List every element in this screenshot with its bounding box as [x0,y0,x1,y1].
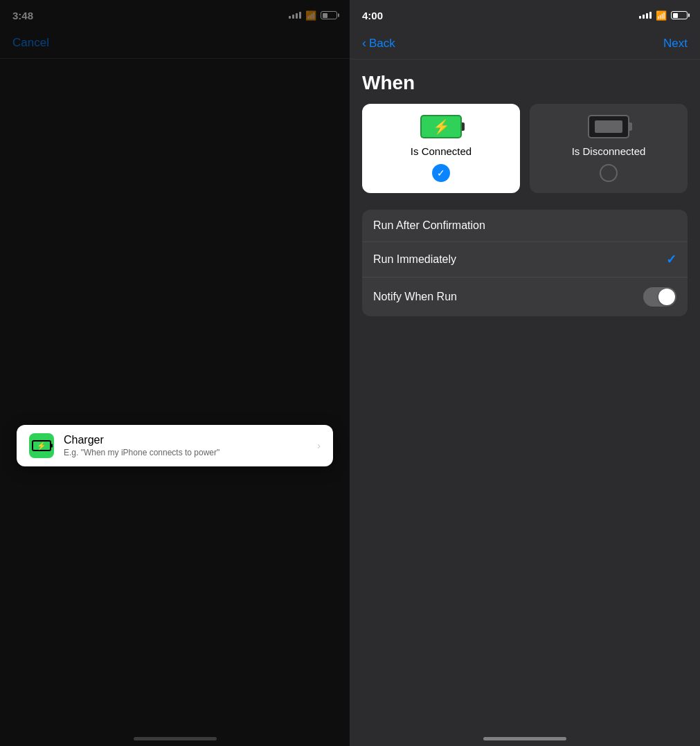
settings-section: Run After Confirmation Run Immediately ✓… [362,210,688,316]
run-immediately-check-icon: ✓ [666,252,676,267]
right-status-icons: 📶 [639,10,688,21]
connected-check-icon: ✓ [432,164,450,182]
right-status-time: 4:00 [362,10,383,21]
is-disconnected-option[interactable]: Is Disconnected [530,104,688,193]
right-battery-status-icon [671,11,688,19]
disconnected-battery-icon [588,115,629,138]
is-connected-option[interactable]: ⚡ Is Connected ✓ [362,104,520,193]
back-label: Back [369,37,395,51]
charger-subtitle: E.g. "When my iPhone connects to power" [64,448,317,457]
next-button[interactable]: Next [663,37,688,51]
run-after-confirmation-label: Run After Confirmation [373,219,485,232]
charger-list-item[interactable]: ⚡ Charger E.g. "When my iPhone connects … [17,425,333,466]
dim-overlay [0,0,350,746]
charger-icon: ⚡ [29,433,54,458]
right-signal-icon [639,12,652,19]
run-immediately-row[interactable]: Run Immediately ✓ [362,242,688,278]
back-button[interactable]: ‹ Back [362,36,395,51]
charger-chevron: › [317,440,321,451]
notify-when-run-toggle[interactable] [643,287,676,307]
is-disconnected-label: Is Disconnected [572,145,646,157]
notify-when-run-row[interactable]: Notify When Run [362,278,688,316]
when-title: When [350,60,700,104]
charging-battery-icon: ⚡ [420,115,462,138]
disconnected-radio-icon [600,164,618,182]
run-after-confirmation-row[interactable]: Run After Confirmation [362,210,688,242]
right-status-bar: 4:00 📶 [350,0,700,30]
notify-when-run-label: Notify When Run [373,291,457,303]
left-panel: 3:48 📶 Cancel ⚡ C [0,0,350,746]
right-panel: 4:00 📶 ‹ Back Next When ⚡ [350,0,700,746]
right-wifi-icon: 📶 [656,10,667,21]
battery-options: ⚡ Is Connected ✓ Is Disconnected [350,104,700,193]
right-header: ‹ Back Next [350,30,700,60]
run-immediately-label: Run Immediately [373,253,456,266]
back-chevron-icon: ‹ [362,36,366,51]
right-home-indicator [483,737,566,740]
is-connected-label: Is Connected [411,145,472,157]
charger-title: Charger [64,434,317,446]
